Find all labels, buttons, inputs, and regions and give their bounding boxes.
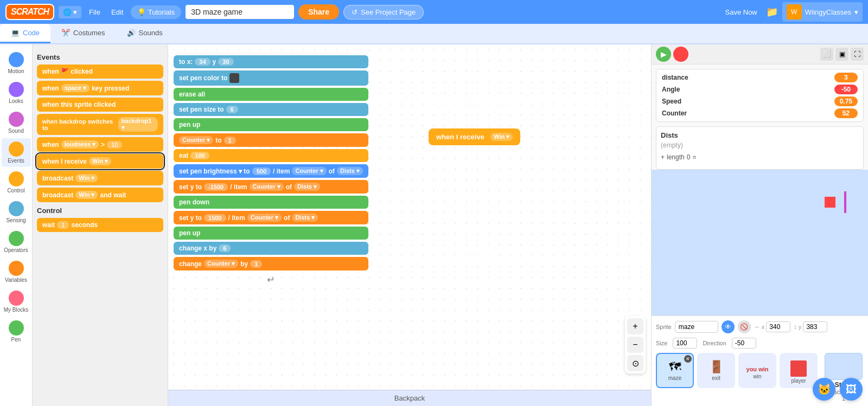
header: SCRATCH 🌐 ▾ File Edit 💡 Tutorials Share … xyxy=(0,0,868,24)
sprite-thumb-player[interactable]: player xyxy=(780,353,818,388)
x-input[interactable] xyxy=(766,321,790,332)
block-when-backdrop-switches[interactable]: when backdrop switches to backdrop1 ▾ xyxy=(37,114,163,135)
sidebar-label-myblocks: My Blocks xyxy=(4,307,29,313)
sb-pen-up-2[interactable]: pen up xyxy=(174,227,368,240)
see-project-icon: ↺ xyxy=(352,8,358,16)
layout-medium-button[interactable]: ▣ xyxy=(835,48,848,61)
sb-end-arrow: ↵ xyxy=(174,274,368,286)
sprite-list: ✕ 🗺 maze 🚪 exit you win win xyxy=(656,353,818,388)
sidebar-label-events: Events xyxy=(8,158,24,164)
sb-goto-xy[interactable]: to x: 34 y 30 xyxy=(174,55,368,68)
script-floating-receive[interactable]: when I receive Win ▾ xyxy=(429,128,520,146)
show-visibility-button[interactable]: 👁 xyxy=(722,320,735,333)
sprite-name-input[interactable] xyxy=(675,321,718,333)
backpack-bar[interactable]: Backpack xyxy=(168,390,651,406)
script-group-top: to x: 34 y 30 set pen color to erase all… xyxy=(174,55,368,286)
y-label: ↕ y xyxy=(794,324,801,330)
see-project-button[interactable]: ↺ See Project Page xyxy=(343,5,424,20)
sidebar-label-operators: Operators xyxy=(4,247,28,253)
variable-table: distance 3 Angle -50 Speed 0.75 Counter … xyxy=(662,73,858,118)
bottom-action-icons: 🐱 🖼 xyxy=(813,378,863,401)
sidebar-item-operators[interactable]: Operators xyxy=(2,228,31,256)
sidebar-label-looks: Looks xyxy=(9,98,23,104)
sidebar-item-variables[interactable]: Variables xyxy=(2,257,31,286)
sb-pen-down[interactable]: pen down xyxy=(174,196,368,209)
add-backdrop-button[interactable]: 🖼 xyxy=(840,378,863,401)
sb-erase-all[interactable]: erase all xyxy=(174,88,368,101)
sb-set-y-neg1500[interactable]: set y to -1500 / item Counter ▾ of Dists… xyxy=(174,180,368,194)
sidebar-item-myblocks[interactable]: My Blocks xyxy=(2,287,31,316)
block-broadcast-and-wait[interactable]: broadcast Win ▾ and wait xyxy=(37,188,163,202)
block-when-key-pressed[interactable]: when space ▾ key pressed xyxy=(37,81,163,95)
zoom-out-button[interactable]: − xyxy=(627,337,643,353)
sb-set-pen-color[interactable]: set pen color to xyxy=(174,70,368,86)
var-name-counter: Counter xyxy=(662,109,830,117)
globe-button[interactable]: 🌐 ▾ xyxy=(59,6,81,18)
project-name-input[interactable] xyxy=(186,5,294,19)
sprite-thumb-exit[interactable]: 🚪 exit xyxy=(697,353,735,388)
sidebar-item-looks[interactable]: Looks xyxy=(2,79,31,107)
script-area[interactable]: to x: 34 y 30 set pen color to erase all… xyxy=(168,44,651,406)
stop-button[interactable] xyxy=(673,47,688,62)
sidebar-item-sound[interactable]: Sound xyxy=(2,108,31,137)
sidebar-item-sensing[interactable]: Sensing xyxy=(2,198,31,227)
var-name-angle: Angle xyxy=(662,86,830,93)
tutorials-button[interactable]: 💡 Tutorials xyxy=(131,5,181,19)
scratch-logo[interactable]: SCRATCH xyxy=(5,4,54,20)
sb-change-counter[interactable]: change Counter ▾ by 1 xyxy=(174,257,368,270)
sidebar-item-events[interactable]: Events xyxy=(2,138,31,167)
block-when-flag-clicked[interactable]: when 🚩 clicked xyxy=(37,65,163,79)
user-section[interactable]: W WiingyClasses ▾ xyxy=(782,2,863,22)
stage-magenta-line xyxy=(844,191,846,213)
tab-costumes[interactable]: ✂️ Costumes xyxy=(50,24,116,43)
y-input[interactable] xyxy=(803,321,827,332)
layout-small-button[interactable]: ⬜ xyxy=(820,48,833,61)
sprite-thumb-win[interactable]: you win win xyxy=(738,353,776,388)
stage-canvas-area[interactable] xyxy=(652,170,868,315)
block-when-i-receive[interactable]: when I receive Win ▾ xyxy=(37,154,163,169)
block-when-loudness[interactable]: when loudness ▾ > 10 xyxy=(37,137,163,152)
file-menu-button[interactable]: File xyxy=(86,6,104,18)
stage-controls-bar: ▶ ⬜ ▣ ⛶ xyxy=(652,44,868,65)
sb-repeat[interactable]: eat 100 xyxy=(174,149,368,162)
share-button[interactable]: Share xyxy=(298,4,339,20)
sb-change-x[interactable]: change x by 6 xyxy=(174,242,368,255)
save-now-button[interactable]: Save Now xyxy=(721,6,762,18)
zoom-reset-button[interactable]: ⊙ xyxy=(627,355,643,371)
sidebar-item-motion[interactable]: Motion xyxy=(2,49,31,78)
zoom-in-button[interactable]: + xyxy=(627,318,643,334)
add-sprite-button[interactable]: 🐱 xyxy=(813,378,835,401)
sidebar-label-variables: Variables xyxy=(5,277,27,283)
sb-set-y-1500[interactable]: set y to 1500 / item Counter ▾ of Dists … xyxy=(174,211,368,224)
sidebar-label-pen: Pen xyxy=(11,337,21,343)
sb-set-pen-brightness[interactable]: set pen brightness ▾ to 500 / item Count… xyxy=(174,164,368,178)
dists-empty: (empty) xyxy=(661,141,859,149)
dists-title: Dists xyxy=(661,131,859,139)
tab-code[interactable]: 💻 Code xyxy=(0,24,50,43)
direction-input[interactable] xyxy=(732,338,756,349)
sidebar-item-control[interactable]: Control xyxy=(2,168,31,197)
sidebar-item-pen[interactable]: Pen xyxy=(2,317,31,346)
block-broadcast[interactable]: broadcast Win ▾ xyxy=(37,171,163,185)
sb-pen-up[interactable]: pen up xyxy=(174,118,368,131)
y-coord-field: ↕ y xyxy=(794,321,827,332)
block-when-sprite-clicked[interactable]: when this sprite clicked xyxy=(37,98,163,112)
hide-visibility-button[interactable]: 🚫 xyxy=(738,320,751,333)
tab-sounds[interactable]: 🔊 Sounds xyxy=(116,24,174,43)
category-title-control: Control xyxy=(37,207,163,215)
sidebar: Motion Looks Sound Events Control Sensin… xyxy=(0,44,33,406)
stage-layout-buttons: ⬜ ▣ ⛶ xyxy=(820,48,864,61)
sprite-thumb-maze[interactable]: ✕ 🗺 maze xyxy=(656,353,694,388)
folder-icon[interactable]: 📁 xyxy=(766,6,778,18)
layout-fullscreen-button[interactable]: ⛶ xyxy=(851,48,864,61)
sprite-label-maze: maze xyxy=(668,375,681,381)
dists-equals: = xyxy=(692,153,696,161)
sprite-delete-maze[interactable]: ✕ xyxy=(684,355,692,363)
sb-set-counter-to[interactable]: Counter ▾ to 1 xyxy=(174,133,368,147)
green-flag-button[interactable]: ▶ xyxy=(656,47,671,62)
block-wait-seconds[interactable]: wait 1 seconds xyxy=(37,218,163,232)
sb-set-pen-size[interactable]: set pen size to 6 xyxy=(174,103,368,116)
edit-menu-button[interactable]: Edit xyxy=(108,6,126,18)
stage-thumbnail[interactable] xyxy=(825,353,863,380)
size-input[interactable] xyxy=(673,338,697,349)
